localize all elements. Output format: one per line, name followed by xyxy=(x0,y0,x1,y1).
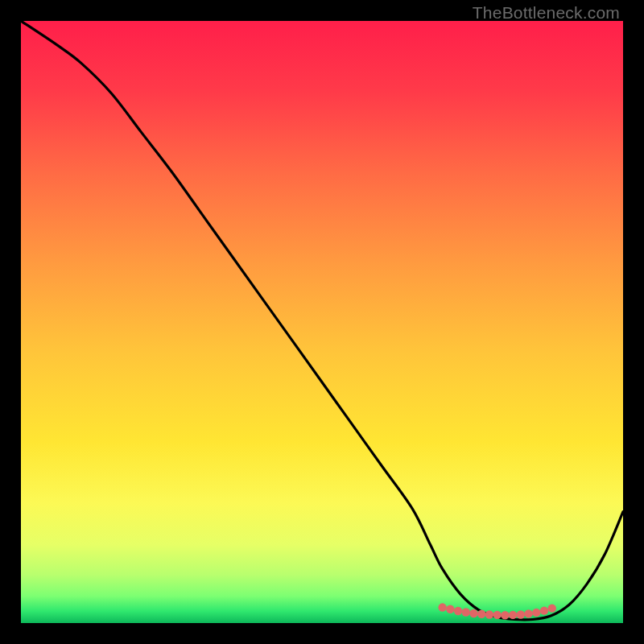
highlight-dot xyxy=(548,604,556,612)
highlight-dot xyxy=(477,610,485,618)
highlight-dot xyxy=(540,606,548,614)
highlight-dot xyxy=(493,611,501,619)
plot-area xyxy=(21,21,623,623)
highlight-dot xyxy=(454,607,462,615)
highlight-dot xyxy=(485,610,493,618)
highlight-dots xyxy=(438,603,556,619)
highlight-dot xyxy=(509,611,517,619)
highlight-dot xyxy=(462,608,470,616)
highlight-dot xyxy=(532,609,540,617)
highlight-dot xyxy=(517,610,525,618)
bottleneck-curve xyxy=(21,21,623,620)
watermark-text: TheBottleneck.com xyxy=(473,3,620,23)
highlight-dot xyxy=(438,603,446,611)
highlight-dot xyxy=(469,609,477,617)
highlight-dot xyxy=(446,605,454,613)
highlight-dot xyxy=(524,609,532,617)
highlight-dot xyxy=(501,611,509,619)
curve-layer xyxy=(21,21,623,623)
chart-frame xyxy=(21,21,623,623)
